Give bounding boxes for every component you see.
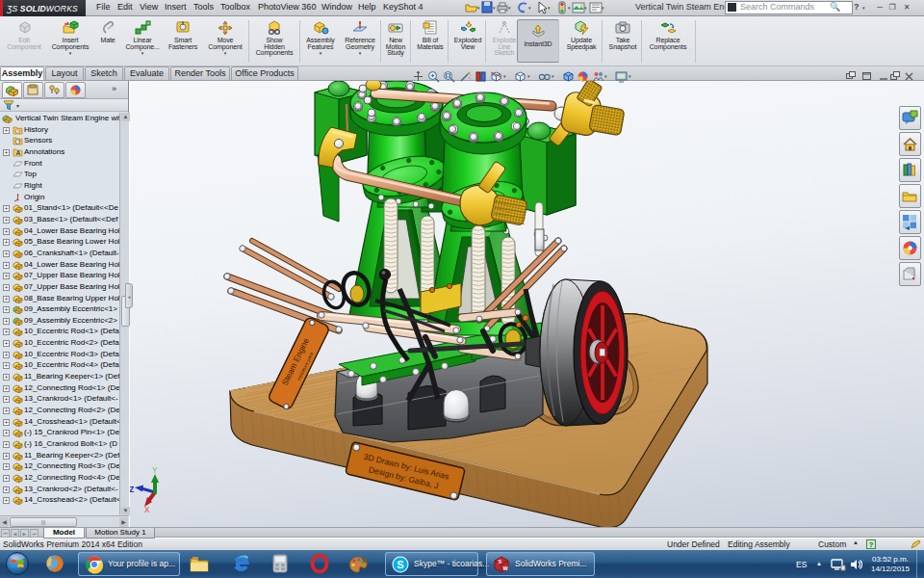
svg-text:W: W xyxy=(503,565,509,571)
svg-text:Y: Y xyxy=(152,466,158,476)
svg-text:?: ? xyxy=(869,540,874,549)
svg-text:A: A xyxy=(15,149,20,156)
svg-text:X: X xyxy=(144,506,150,515)
svg-text:S: S xyxy=(499,559,502,565)
svg-text:S: S xyxy=(397,559,403,570)
svg-text:Z: Z xyxy=(130,486,134,495)
